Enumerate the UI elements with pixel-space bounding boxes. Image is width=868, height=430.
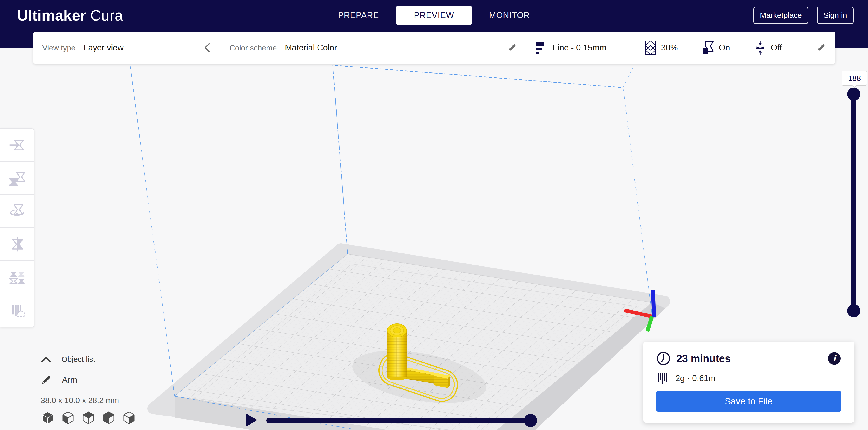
- infill-value: 30%: [661, 43, 678, 53]
- tool-panel: [0, 128, 34, 327]
- support-icon: [702, 41, 714, 55]
- view-type-label: View type: [42, 44, 75, 52]
- color-scheme-selector[interactable]: Color scheme Material Color: [221, 32, 527, 64]
- rotate-tool-button[interactable]: [0, 195, 34, 228]
- play-button[interactable]: [246, 413, 258, 427]
- marketplace-button[interactable]: Marketplace: [753, 6, 808, 24]
- support-blocker-tool-icon: [7, 301, 27, 320]
- z-axis-blue: [653, 290, 654, 317]
- print-time-row: 23 minutes i: [656, 351, 841, 366]
- material-spool-icon: [657, 372, 669, 385]
- per-model-settings-tool-icon: [7, 267, 27, 287]
- tab-monitor[interactable]: MONITOR: [472, 6, 547, 25]
- stage-tabs: PREPARE PREVIEW MONITOR: [321, 0, 547, 31]
- move-tool-icon: [7, 135, 27, 155]
- color-scheme-value: Material Color: [285, 43, 337, 53]
- layer-slider-lower-handle[interactable]: [847, 304, 860, 317]
- infill-icon: [645, 40, 656, 55]
- view-left-button[interactable]: [102, 411, 115, 425]
- adhesion-value: Off: [771, 43, 782, 53]
- adhesion-icon: [754, 40, 766, 55]
- support-value: On: [719, 43, 730, 53]
- app-logo: Ultimaker Cura: [17, 0, 123, 31]
- profile-value: Fine - 0.15mm: [553, 43, 607, 53]
- layer-slider-upper-handle[interactable]: [847, 88, 860, 101]
- logo-cura: Cura: [90, 7, 123, 24]
- object-dimensions: 38.0 x 10.0 x 28.2 mm: [41, 396, 119, 405]
- clock-icon: [656, 351, 671, 366]
- layer-height-icon: [536, 41, 548, 54]
- object-name: Arm: [62, 375, 77, 385]
- camera-view-presets: [41, 411, 135, 425]
- print-settings-pencil-icon[interactable]: [816, 43, 826, 53]
- edit-pencil-icon[interactable]: [41, 375, 52, 385]
- scale-tool-icon: [7, 168, 27, 188]
- object-list-title: Object list: [61, 355, 95, 364]
- adhesion-setting: Off: [754, 40, 782, 55]
- move-tool-button[interactable]: [0, 129, 34, 162]
- print-summary-card: 23 minutes i 2g · 0.61m Save to File: [643, 342, 854, 423]
- header-actions: Marketplace Sign in: [753, 0, 854, 31]
- stage-toolbar: View type Layer view Color scheme Materi…: [33, 32, 835, 64]
- object-list-panel: Object list Arm 38.0 x 10.0 x 28.2 mm: [41, 355, 119, 405]
- support-blocker-tool-button[interactable]: [0, 294, 34, 327]
- cura-window: Ultimaker Cura PREPARE PREVIEW MONITOR M…: [0, 0, 868, 430]
- tab-prepare[interactable]: PREPARE: [321, 6, 396, 25]
- mirror-tool-icon: [7, 234, 27, 254]
- view-front-button[interactable]: [61, 411, 74, 425]
- layer-slider-track[interactable]: [851, 94, 856, 311]
- layer-number-tooltip: 188: [842, 70, 867, 86]
- color-scheme-label: Color scheme: [229, 44, 277, 52]
- save-to-file-button[interactable]: Save to File: [656, 391, 841, 412]
- print-time-value: 23 minutes: [676, 352, 731, 365]
- pencil-icon[interactable]: [507, 43, 517, 53]
- profile-setting: Fine - 0.15mm: [536, 41, 607, 54]
- chevron-up-icon: [41, 356, 52, 363]
- support-setting: On: [702, 41, 730, 55]
- tab-preview[interactable]: PREVIEW: [396, 6, 472, 25]
- view-type-value: Layer view: [84, 43, 124, 53]
- scale-tool-button[interactable]: [0, 162, 34, 195]
- chevron-left-icon[interactable]: [203, 42, 211, 53]
- mirror-tool-button[interactable]: [0, 228, 34, 261]
- print-settings-panel[interactable]: Fine - 0.15mm 30% On Off: [527, 32, 835, 64]
- material-usage-value: 2g · 0.61m: [675, 374, 715, 383]
- view-right-button[interactable]: [123, 411, 135, 425]
- simulation-scrubber-handle[interactable]: [524, 414, 537, 427]
- layer-number-value: 188: [848, 74, 861, 83]
- logo-ultimaker: Ultimaker: [17, 7, 86, 24]
- info-button[interactable]: i: [828, 352, 841, 365]
- view-3d-button[interactable]: [41, 411, 54, 425]
- sign-in-button[interactable]: Sign in: [817, 6, 854, 24]
- object-list-item[interactable]: Arm: [41, 375, 119, 385]
- view-top-button[interactable]: [82, 411, 95, 425]
- view-type-selector[interactable]: View type Layer view: [33, 32, 221, 64]
- simulation-scrubber-track[interactable]: [266, 418, 532, 424]
- rotate-tool-icon: [7, 201, 27, 221]
- infill-setting: 30%: [645, 40, 678, 55]
- material-usage-row: 2g · 0.61m: [657, 372, 715, 385]
- object-list-toggle[interactable]: Object list: [41, 355, 119, 364]
- per-model-settings-tool-button[interactable]: [0, 261, 34, 294]
